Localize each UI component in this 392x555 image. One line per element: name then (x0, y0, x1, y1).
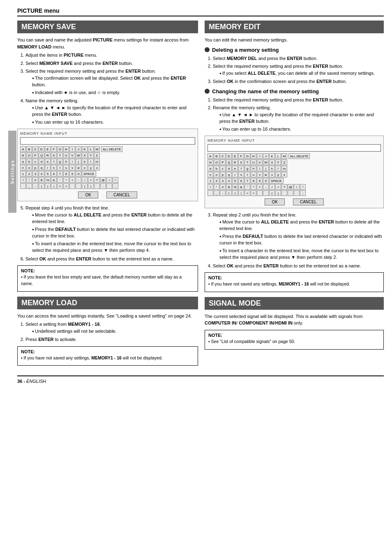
kbd-key[interactable]: 2 (26, 171, 32, 177)
kbd-key[interactable]: # (220, 184, 226, 190)
kbd-key[interactable] (94, 183, 100, 189)
kbd-all-delete-left[interactable]: ALL DELETE (101, 146, 122, 152)
kbd-cancel-right[interactable]: CANCEL (293, 198, 324, 205)
kbd-key[interactable]: ? (94, 177, 100, 183)
kbd-key[interactable]: Z (281, 159, 287, 165)
kbd-key[interactable]: e (232, 166, 238, 171)
kbd-key[interactable]: 7 (57, 171, 63, 177)
kbd-key[interactable]: % (232, 184, 238, 190)
kbd-key[interactable]: A (208, 153, 213, 159)
kbd-key[interactable]: A (20, 146, 26, 152)
kbd-key[interactable]: < (57, 183, 63, 189)
kbd-key[interactable]: j (76, 159, 81, 164)
kbd-key[interactable]: 5 (45, 171, 51, 177)
kbd-key[interactable]: w (76, 165, 81, 170)
kbd-key[interactable]: q (39, 165, 44, 170)
kbd-key[interactable]: B (214, 153, 219, 159)
kbd-key[interactable]: O (26, 152, 32, 158)
kbd-key[interactable]: h (251, 166, 256, 171)
kbd-key[interactable]: v (69, 165, 75, 170)
kbd-key[interactable]: ! (208, 184, 213, 190)
kbd-key[interactable]: m (281, 166, 287, 171)
kbd-key[interactable]: 3 (32, 171, 38, 177)
kbd-key[interactable]: _ (214, 190, 219, 196)
kbd-key[interactable]: ^ (300, 184, 306, 190)
kbd-key[interactable]: ^ (113, 177, 118, 183)
kbd-key[interactable]: 6 (238, 178, 244, 184)
kbd-key[interactable]: D (226, 153, 232, 159)
kbd-key[interactable]: 6 (51, 171, 57, 177)
kbd-key[interactable]: - (32, 183, 38, 189)
kbd-key[interactable]: L (88, 146, 94, 152)
kbd-key[interactable]: $ (39, 177, 44, 183)
kbd-key[interactable] (294, 190, 300, 196)
kbd-key[interactable]: u (63, 165, 69, 170)
kbd-key[interactable]: ) (232, 190, 238, 196)
kbd-key[interactable]: k (82, 159, 88, 164)
kbd-key[interactable]: \ (106, 177, 112, 183)
kbd-key[interactable] (20, 183, 26, 189)
kbd-key[interactable]: 7 (244, 178, 250, 184)
kbd-key[interactable]: ? (281, 184, 287, 190)
kbd-key[interactable]: d (226, 166, 232, 171)
kbd-key[interactable]: P (220, 159, 226, 165)
kbd-key[interactable]: y (88, 165, 94, 170)
kbd-key[interactable]: 1 (208, 178, 213, 184)
kbd-key[interactable]: X (82, 152, 88, 158)
kbd-key[interactable]: + (257, 184, 263, 190)
kbd-key[interactable]: @ (100, 177, 106, 183)
kbd-key[interactable]: m (94, 159, 100, 164)
kbd-key[interactable]: @ (288, 184, 293, 190)
kbd-key[interactable]: F (51, 146, 57, 152)
kbd-key[interactable]: K (269, 153, 275, 159)
kbd-ok-left[interactable]: OK (78, 191, 98, 198)
kbd-key[interactable]: a (20, 159, 26, 164)
kbd-key[interactable]: E (232, 153, 238, 159)
kbd-key[interactable]: V (257, 159, 263, 165)
kbd-key[interactable]: c (220, 166, 226, 171)
kbd-key[interactable]: d (39, 159, 44, 164)
kbd-key[interactable]: L (275, 153, 281, 159)
kbd-key[interactable]: G (244, 153, 250, 159)
kbd-key[interactable]: p (32, 165, 38, 170)
kbd-key[interactable]: U (63, 152, 69, 158)
kbd-key[interactable]: ( (82, 183, 88, 189)
kbd-key[interactable]: g (244, 166, 250, 171)
kbd-key[interactable]: - (76, 177, 81, 183)
kbd-key[interactable]: z (94, 165, 100, 170)
kbd-key[interactable]: - (263, 184, 269, 190)
kbd-key[interactable]: f (51, 159, 57, 164)
kbd-key[interactable]: ) (45, 183, 51, 189)
kbd-key[interactable] (106, 183, 112, 189)
kbd-key[interactable]: M (94, 146, 100, 152)
kbd-key[interactable]: J (76, 146, 81, 152)
kbd-key[interactable]: f (238, 166, 244, 171)
kbd-key[interactable]: x (82, 165, 88, 170)
kbd-key[interactable]: _ (26, 183, 32, 189)
kbd-key[interactable]: C (32, 146, 38, 152)
kbd-key[interactable]: & (238, 184, 244, 190)
kbd-key[interactable]: D (39, 146, 44, 152)
kbd-key[interactable] (69, 183, 75, 189)
kbd-key[interactable]: ) (275, 190, 281, 196)
kbd-key[interactable]: b (214, 166, 219, 171)
kbd-key[interactable]: I (69, 146, 75, 152)
kbd-key[interactable]: X (269, 159, 275, 165)
kbd-key[interactable]: N (20, 152, 26, 158)
kbd-key[interactable]: 8 (63, 171, 69, 177)
kbd-key[interactable]: g (57, 159, 63, 164)
kbd-key[interactable]: " (26, 177, 32, 183)
kbd-key[interactable]: W (76, 152, 81, 158)
kbd-key[interactable]: r (232, 172, 238, 177)
kbd-key[interactable]: R (232, 159, 238, 165)
kbd-key[interactable]: | (51, 183, 57, 189)
kbd-key[interactable]: N (208, 159, 213, 165)
kbd-key[interactable]: / (269, 184, 275, 190)
kbd-key[interactable]: n (208, 172, 213, 177)
kbd-key[interactable]: s (51, 165, 57, 170)
kbd-key[interactable]: n (20, 165, 26, 170)
kbd-space-key-right[interactable]: SPACE (269, 178, 284, 184)
kbd-key[interactable]: B (26, 146, 32, 152)
kbd-key[interactable]: e (45, 159, 51, 164)
kbd-key[interactable]: $ (226, 184, 232, 190)
